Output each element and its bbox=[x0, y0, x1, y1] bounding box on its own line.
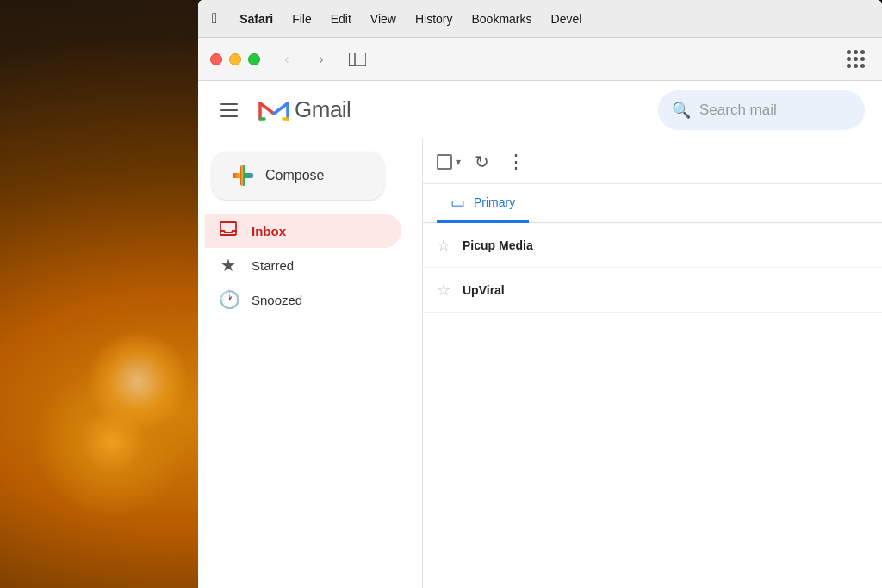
email-row[interactable]: ☆ UpViral bbox=[423, 268, 882, 313]
hamburger-menu-button[interactable] bbox=[215, 98, 243, 122]
starred-label: Starred bbox=[252, 258, 294, 273]
email-sender-2: UpViral bbox=[463, 283, 566, 297]
sidebar-item-starred[interactable]: ★ Starred bbox=[205, 248, 401, 282]
bookmarks-menu[interactable]: Bookmarks bbox=[471, 12, 531, 26]
apple-menu[interactable]:  bbox=[212, 10, 217, 28]
search-placeholder-text: Search mail bbox=[699, 102, 777, 119]
minimize-button[interactable] bbox=[229, 53, 241, 65]
email-list: ☆ Picup Media ☆ UpViral bbox=[423, 223, 882, 588]
gmail-m-icon bbox=[257, 96, 291, 124]
star-button-1[interactable]: ☆ bbox=[437, 236, 450, 255]
inbox-icon bbox=[219, 220, 238, 242]
close-button[interactable] bbox=[210, 53, 222, 65]
grid-apps-button[interactable] bbox=[841, 47, 870, 71]
more-options-button[interactable]: ⋮ bbox=[503, 147, 530, 176]
svg-rect-0 bbox=[349, 53, 355, 66]
compose-plus-icon bbox=[233, 165, 253, 186]
safari-menu[interactable]: Safari bbox=[239, 12, 273, 26]
primary-tab-icon: ▭ bbox=[450, 193, 465, 212]
gmail-content-area: Gmail 🔍 Search mail Compose bbox=[198, 81, 882, 588]
email-row[interactable]: ☆ Picup Media bbox=[423, 223, 882, 268]
browser-screen:  Safari File Edit View History Bookmark… bbox=[198, 0, 882, 588]
view-menu[interactable]: View bbox=[370, 12, 396, 26]
tab-primary[interactable]: ▭ Primary bbox=[437, 184, 529, 223]
gmail-header: Gmail 🔍 Search mail bbox=[198, 81, 882, 139]
email-sender-1: Picup Media bbox=[463, 238, 566, 252]
back-icon: ‹ bbox=[284, 52, 289, 67]
snoozed-icon: 🕐 bbox=[219, 289, 238, 310]
develop-menu[interactable]: Devel bbox=[551, 12, 582, 26]
email-list-panel: ▾ ↻ ⋮ ▭ Primary ☆ Pic bbox=[422, 139, 882, 588]
search-bar[interactable]: 🔍 Search mail bbox=[658, 90, 865, 130]
back-button[interactable]: ‹ bbox=[274, 46, 300, 72]
svg-rect-1 bbox=[349, 53, 366, 66]
star-icon: ★ bbox=[219, 255, 238, 275]
forward-icon: › bbox=[319, 52, 323, 67]
sidebar-toggle-button[interactable] bbox=[343, 47, 372, 71]
primary-tab-label: Primary bbox=[474, 195, 515, 209]
gmail-logo-area: Gmail bbox=[257, 96, 351, 124]
macos-menubar:  Safari File Edit View History Bookmark… bbox=[198, 0, 882, 38]
bokeh-glow-2 bbox=[86, 330, 189, 433]
inbox-tabs: ▭ Primary bbox=[423, 184, 882, 223]
gmail-wordmark: Gmail bbox=[295, 96, 351, 123]
file-menu[interactable]: File bbox=[292, 12, 312, 26]
refresh-button[interactable]: ↻ bbox=[471, 148, 493, 176]
fullscreen-button[interactable] bbox=[248, 53, 260, 65]
sidebar-toggle-icon bbox=[349, 53, 366, 66]
gmail-sidebar: Compose Inbox ★ Starred 🕐 Snoozed bbox=[198, 139, 422, 588]
sidebar-item-inbox[interactable]: Inbox bbox=[205, 214, 401, 248]
email-toolbar: ▾ ↻ ⋮ bbox=[423, 139, 882, 184]
sidebar-item-snoozed[interactable]: 🕐 Snoozed bbox=[205, 282, 401, 317]
snoozed-label: Snoozed bbox=[252, 293, 302, 307]
compose-button[interactable]: Compose bbox=[212, 152, 384, 200]
gmail-main: Compose Inbox ★ Starred 🕐 Snoozed bbox=[198, 139, 882, 588]
select-dropdown-arrow[interactable]: ▾ bbox=[456, 156, 461, 168]
edit-menu[interactable]: Edit bbox=[331, 12, 351, 26]
select-all-checkbox[interactable] bbox=[437, 154, 452, 170]
forward-button[interactable]: › bbox=[308, 46, 334, 72]
inbox-label: Inbox bbox=[252, 224, 286, 238]
compose-label: Compose bbox=[265, 168, 324, 183]
select-all-area[interactable]: ▾ bbox=[437, 154, 461, 170]
browser-toolbar: ‹ › bbox=[198, 38, 882, 81]
search-icon: 🔍 bbox=[672, 101, 691, 120]
star-button-2[interactable]: ☆ bbox=[437, 281, 450, 300]
history-menu[interactable]: History bbox=[415, 12, 453, 26]
traffic-lights bbox=[210, 53, 260, 65]
grid-dots-icon bbox=[847, 50, 865, 68]
